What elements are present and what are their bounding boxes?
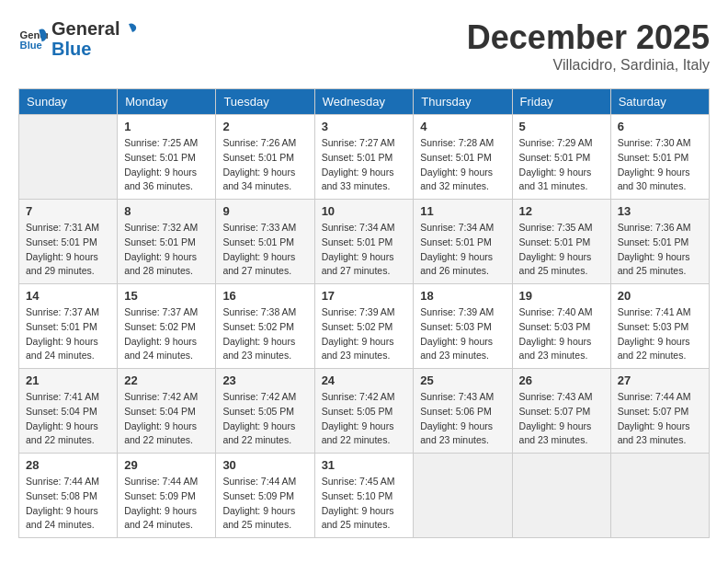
calendar-cell: 6Sunrise: 7:30 AMSunset: 5:01 PMDaylight…	[610, 115, 709, 200]
day-info: Sunrise: 7:35 AMSunset: 5:01 PMDaylight:…	[519, 221, 604, 279]
day-number: 28	[26, 458, 110, 472]
day-info: Sunrise: 7:32 AMSunset: 5:01 PMDaylight:…	[124, 221, 209, 279]
day-number: 7	[26, 204, 110, 218]
day-info: Sunrise: 7:27 AMSunset: 5:01 PMDaylight:…	[322, 136, 407, 194]
day-number: 25	[420, 373, 505, 387]
day-number: 1	[124, 120, 209, 133]
day-info: Sunrise: 7:38 AMSunset: 5:02 PMDaylight:…	[222, 305, 307, 363]
day-number: 3	[322, 120, 407, 133]
calendar-cell: 18Sunrise: 7:39 AMSunset: 5:03 PMDayligh…	[414, 284, 512, 369]
day-info: Sunrise: 7:29 AMSunset: 5:01 PMDaylight:…	[519, 136, 604, 194]
svg-text:Blue: Blue	[20, 40, 42, 51]
day-info: Sunrise: 7:44 AMSunset: 5:09 PMDaylight:…	[222, 475, 307, 533]
calendar-cell: 19Sunrise: 7:40 AMSunset: 5:03 PMDayligh…	[512, 284, 610, 369]
day-info: Sunrise: 7:41 AMSunset: 5:04 PMDaylight:…	[26, 390, 110, 448]
calendar-cell: 5Sunrise: 7:29 AMSunset: 5:01 PMDaylight…	[512, 115, 610, 200]
day-number: 10	[322, 204, 407, 218]
day-number: 22	[124, 373, 209, 387]
day-number: 29	[124, 458, 209, 472]
calendar-cell: 12Sunrise: 7:35 AMSunset: 5:01 PMDayligh…	[512, 200, 610, 284]
col-header-sunday: Sunday	[19, 89, 118, 115]
day-number: 30	[222, 458, 307, 472]
page-header: General Blue General Blue December 2025 …	[18, 18, 710, 74]
day-number: 21	[26, 373, 110, 387]
day-info: Sunrise: 7:31 AMSunset: 5:01 PMDaylight:…	[26, 221, 110, 279]
calendar-cell: 27Sunrise: 7:44 AMSunset: 5:07 PMDayligh…	[610, 369, 709, 454]
day-info: Sunrise: 7:39 AMSunset: 5:02 PMDaylight:…	[322, 305, 407, 363]
logo-blue: Blue	[51, 39, 138, 59]
title-block: December 2025 Villacidro, Sardinia, Ital…	[467, 18, 710, 74]
day-number: 14	[26, 289, 110, 303]
logo-general: General	[51, 18, 119, 39]
calendar-cell: 11Sunrise: 7:34 AMSunset: 5:01 PMDayligh…	[414, 200, 512, 284]
day-number: 19	[519, 289, 604, 303]
col-header-wednesday: Wednesday	[314, 89, 414, 115]
day-info: Sunrise: 7:33 AMSunset: 5:01 PMDaylight:…	[222, 221, 307, 279]
day-number: 27	[618, 373, 702, 387]
calendar-cell: 30Sunrise: 7:44 AMSunset: 5:09 PMDayligh…	[216, 454, 314, 538]
day-info: Sunrise: 7:26 AMSunset: 5:01 PMDaylight:…	[222, 136, 307, 194]
day-info: Sunrise: 7:45 AMSunset: 5:10 PMDaylight:…	[322, 475, 407, 533]
calendar-cell	[414, 454, 512, 538]
logo-icon: General Blue	[18, 24, 48, 53]
day-info: Sunrise: 7:44 AMSunset: 5:07 PMDaylight:…	[618, 390, 702, 448]
calendar-cell: 20Sunrise: 7:41 AMSunset: 5:03 PMDayligh…	[610, 284, 709, 369]
day-number: 8	[124, 204, 209, 218]
day-info: Sunrise: 7:43 AMSunset: 5:06 PMDaylight:…	[420, 390, 505, 448]
calendar-cell: 29Sunrise: 7:44 AMSunset: 5:09 PMDayligh…	[118, 454, 216, 538]
col-header-tuesday: Tuesday	[216, 89, 314, 115]
day-number: 31	[322, 458, 407, 472]
logo-bird-icon	[120, 22, 137, 39]
day-info: Sunrise: 7:36 AMSunset: 5:01 PMDaylight:…	[618, 221, 702, 279]
day-number: 5	[519, 120, 604, 133]
day-number: 11	[420, 204, 505, 218]
calendar-cell: 22Sunrise: 7:42 AMSunset: 5:04 PMDayligh…	[118, 369, 216, 454]
calendar-cell: 10Sunrise: 7:34 AMSunset: 5:01 PMDayligh…	[314, 200, 414, 284]
calendar-cell: 14Sunrise: 7:37 AMSunset: 5:01 PMDayligh…	[19, 284, 118, 369]
calendar-cell: 24Sunrise: 7:42 AMSunset: 5:05 PMDayligh…	[314, 369, 414, 454]
col-header-monday: Monday	[118, 89, 216, 115]
col-header-saturday: Saturday	[610, 89, 709, 115]
calendar-cell: 9Sunrise: 7:33 AMSunset: 5:01 PMDaylight…	[216, 200, 314, 284]
calendar-cell: 3Sunrise: 7:27 AMSunset: 5:01 PMDaylight…	[314, 115, 414, 200]
day-info: Sunrise: 7:42 AMSunset: 5:05 PMDaylight:…	[222, 390, 307, 448]
month-title: December 2025	[467, 18, 710, 57]
logo: General Blue General Blue	[18, 18, 138, 59]
calendar-cell	[19, 115, 118, 200]
calendar-cell	[610, 454, 709, 538]
day-info: Sunrise: 7:39 AMSunset: 5:03 PMDaylight:…	[420, 305, 505, 363]
day-number: 17	[322, 289, 407, 303]
col-header-thursday: Thursday	[414, 89, 512, 115]
day-info: Sunrise: 7:28 AMSunset: 5:01 PMDaylight:…	[420, 136, 505, 194]
calendar-table: SundayMondayTuesdayWednesdayThursdayFrid…	[18, 88, 710, 538]
calendar-cell: 16Sunrise: 7:38 AMSunset: 5:02 PMDayligh…	[216, 284, 314, 369]
day-info: Sunrise: 7:44 AMSunset: 5:08 PMDaylight:…	[26, 475, 110, 533]
calendar-cell	[512, 454, 610, 538]
day-info: Sunrise: 7:34 AMSunset: 5:01 PMDaylight:…	[322, 221, 407, 279]
calendar-cell: 26Sunrise: 7:43 AMSunset: 5:07 PMDayligh…	[512, 369, 610, 454]
day-info: Sunrise: 7:42 AMSunset: 5:04 PMDaylight:…	[124, 390, 209, 448]
calendar-cell: 8Sunrise: 7:32 AMSunset: 5:01 PMDaylight…	[118, 200, 216, 284]
calendar-cell: 23Sunrise: 7:42 AMSunset: 5:05 PMDayligh…	[216, 369, 314, 454]
col-header-friday: Friday	[512, 89, 610, 115]
day-info: Sunrise: 7:42 AMSunset: 5:05 PMDaylight:…	[322, 390, 407, 448]
day-info: Sunrise: 7:30 AMSunset: 5:01 PMDaylight:…	[618, 136, 702, 194]
calendar-cell: 4Sunrise: 7:28 AMSunset: 5:01 PMDaylight…	[414, 115, 512, 200]
day-number: 20	[618, 289, 702, 303]
day-number: 6	[618, 120, 702, 133]
day-number: 26	[519, 373, 604, 387]
day-number: 2	[222, 120, 307, 133]
day-info: Sunrise: 7:37 AMSunset: 5:01 PMDaylight:…	[26, 305, 110, 363]
day-number: 18	[420, 289, 505, 303]
location-title: Villacidro, Sardinia, Italy	[467, 57, 710, 74]
day-number: 9	[222, 204, 307, 218]
day-number: 13	[618, 204, 702, 218]
calendar-cell: 21Sunrise: 7:41 AMSunset: 5:04 PMDayligh…	[19, 369, 118, 454]
calendar-cell: 15Sunrise: 7:37 AMSunset: 5:02 PMDayligh…	[118, 284, 216, 369]
day-info: Sunrise: 7:25 AMSunset: 5:01 PMDaylight:…	[124, 136, 209, 194]
day-number: 16	[222, 289, 307, 303]
day-number: 23	[222, 373, 307, 387]
calendar-cell: 1Sunrise: 7:25 AMSunset: 5:01 PMDaylight…	[118, 115, 216, 200]
day-info: Sunrise: 7:37 AMSunset: 5:02 PMDaylight:…	[124, 305, 209, 363]
calendar-cell: 31Sunrise: 7:45 AMSunset: 5:10 PMDayligh…	[314, 454, 414, 538]
